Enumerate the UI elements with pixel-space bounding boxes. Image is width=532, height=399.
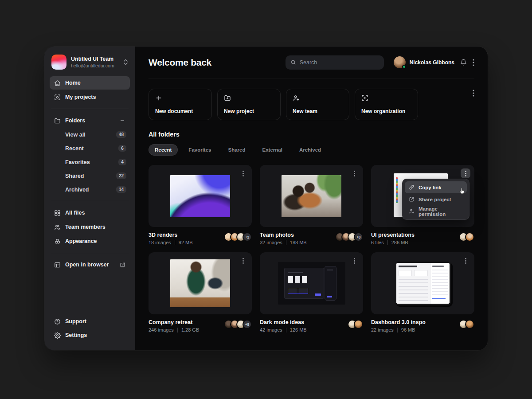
folder-thumbnail[interactable] — [260, 165, 363, 227]
sidebar: Untitled UI Team hello@untitledui.com Ho… — [44, 47, 135, 350]
quick-action-label: New organization — [361, 108, 411, 114]
sidebar-item-label: Appearance — [65, 238, 97, 244]
folder-thumbnail[interactable] — [149, 252, 252, 314]
tab-favorites[interactable]: Favorites — [182, 144, 217, 156]
avatar-stack: +2 — [224, 232, 252, 242]
folder-count: 246 images — [149, 327, 174, 332]
card-menu-button[interactable] — [238, 256, 248, 266]
circles-icon — [54, 238, 61, 245]
stat-divider — [286, 240, 286, 245]
new-organization-button[interactable]: New organization — [355, 89, 418, 120]
new-document-button[interactable]: New document — [149, 89, 212, 120]
tab-recent[interactable]: Recent — [149, 144, 178, 156]
team-switcher[interactable]: Untitled UI Team hello@untitledui.com — [50, 53, 130, 76]
sidebar-item-label: Team members — [65, 224, 106, 230]
sidebar-item-settings[interactable]: Settings — [50, 329, 130, 342]
card-menu-button[interactable] — [238, 168, 248, 178]
avatar-stack — [348, 319, 363, 329]
sidebar-subitem-archived[interactable]: Archived 14 — [50, 183, 130, 196]
sidebar-divider — [51, 201, 129, 201]
folder-thumbnail[interactable] — [371, 252, 474, 314]
tab-shared[interactable]: Shared — [222, 144, 252, 156]
avatar — [354, 320, 363, 329]
sidebar-item-support[interactable]: Support — [50, 315, 130, 328]
new-team-button[interactable]: New team — [286, 89, 349, 120]
search-box[interactable] — [286, 55, 384, 70]
home-icon — [54, 80, 61, 86]
folder-size: 1.28 GB — [181, 327, 199, 332]
folder-title: Dark mode ideas — [260, 319, 307, 325]
folder-stats: 18 images 92 MB — [149, 240, 193, 245]
card-menu-button[interactable] — [461, 256, 470, 266]
sidebar-item-open-in-browser[interactable]: Open in browser — [50, 258, 130, 271]
folder-title: 3D renders — [149, 232, 193, 238]
team-email: hello@untitledui.com — [71, 63, 119, 68]
plus-icon — [155, 94, 205, 102]
collapse-minus-icon[interactable] — [119, 118, 126, 123]
grid-icon — [54, 210, 61, 216]
sidebar-item-home[interactable]: Home — [50, 76, 130, 90]
frame-plus-icon — [361, 94, 411, 102]
slide-color-dots — [396, 177, 398, 203]
stat-divider — [397, 328, 398, 332]
page-title: Welcome back — [149, 57, 211, 68]
menu-item-share-project[interactable]: Share project — [405, 193, 467, 205]
folder-count: 6 files — [371, 240, 384, 245]
quick-action-label: New project — [224, 108, 274, 114]
sidebar-item-label: Home — [65, 80, 81, 86]
external-link-icon — [119, 262, 126, 268]
sidebar-item-my-projects[interactable]: My projects — [50, 90, 130, 104]
gear-icon — [54, 332, 61, 339]
avatar-overflow-badge: +8 — [354, 232, 363, 242]
tab-archived[interactable]: Archived — [293, 144, 327, 156]
sidebar-item-folders[interactable]: Folders — [50, 114, 130, 127]
sidebar-item-team-members[interactable]: Team members — [50, 220, 130, 234]
count-badge: 6 — [118, 145, 126, 152]
search-input[interactable] — [300, 59, 379, 66]
chevron-selector-icon[interactable] — [123, 59, 128, 65]
section-kebab-icon[interactable] — [473, 90, 474, 97]
folder-card-ui-presentations: Copy link Share project — [371, 165, 474, 245]
card-menu-button[interactable] — [349, 256, 359, 266]
stat-divider — [175, 240, 175, 245]
count-badge: 4 — [118, 159, 126, 165]
user-name: Nickolas Gibbons — [410, 59, 454, 66]
count-badge: 22 — [116, 172, 126, 179]
search-icon — [290, 59, 296, 65]
folder-title: Dashboard 3.0 inspo — [371, 319, 426, 325]
sidebar-item-label: All files — [65, 210, 85, 216]
sidebar-subitem-view-all[interactable]: View all 48 — [50, 128, 130, 141]
folder-size: 286 MB — [391, 240, 408, 245]
new-project-button[interactable]: New project — [217, 89, 281, 120]
thumbnail-image-dark-ui — [278, 262, 345, 305]
avatar-stack — [459, 319, 474, 329]
card-menu-button[interactable] — [349, 168, 359, 178]
thumbnail-image-3d-render — [170, 175, 230, 217]
thumbnail-image-dashboard — [395, 261, 451, 305]
sidebar-item-all-files[interactable]: All files — [50, 206, 130, 219]
folder-stats: 246 images 1.28 GB — [149, 327, 199, 332]
user-plus-icon — [293, 94, 343, 102]
folder-thumbnail[interactable] — [260, 252, 363, 314]
folder-card-team-photos: Team photos 32 images 188 MB +8 — [260, 165, 363, 245]
sidebar-subitem-shared[interactable]: Shared 22 — [50, 169, 130, 182]
avatar-overflow-badge: +2 — [243, 232, 252, 242]
user-menu[interactable]: Nickolas Gibbons — [394, 56, 454, 68]
menu-item-copy-link[interactable]: Copy link — [405, 181, 467, 193]
folder-count: 18 images — [149, 240, 171, 245]
tab-external[interactable]: External — [256, 144, 289, 156]
sidebar-item-appearance[interactable]: Appearance — [50, 235, 130, 248]
bell-icon[interactable] — [460, 59, 467, 66]
card-menu-button[interactable] — [461, 168, 470, 178]
link-icon — [409, 184, 415, 190]
sidebar-subitem-recent[interactable]: Recent 6 — [50, 142, 130, 155]
header-kebab-icon[interactable] — [473, 59, 474, 66]
online-status-dot — [402, 65, 406, 69]
user-plus-icon — [409, 208, 415, 214]
menu-item-manage-permission[interactable]: Manage permission — [405, 205, 467, 217]
sidebar-subitem-favorites[interactable]: Favorites 4 — [50, 156, 130, 168]
subitem-label: Shared — [65, 173, 84, 179]
folder-thumbnail[interactable] — [149, 165, 252, 227]
folder-thumbnail[interactable]: Copy link Share project — [371, 165, 474, 227]
stat-divider — [286, 328, 286, 332]
